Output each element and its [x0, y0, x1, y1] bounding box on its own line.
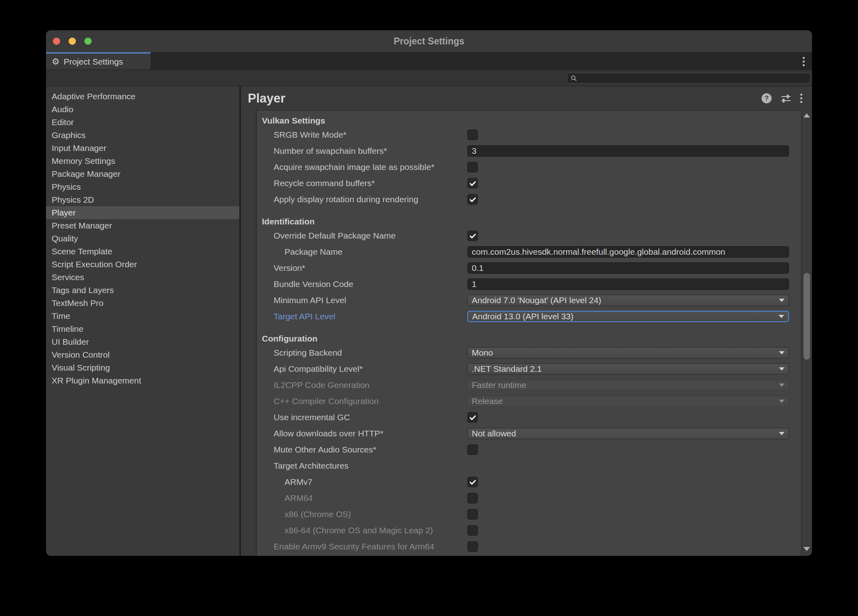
kebab-menu-icon[interactable] [803, 57, 805, 66]
scroll-down-icon[interactable] [804, 547, 810, 551]
srgb-write-mode-checkbox[interactable] [467, 130, 478, 140]
sidebar-item-quality[interactable]: Quality [46, 232, 239, 245]
use-incremental-gc-checkbox[interactable] [467, 412, 478, 423]
apply-display-rotation-during-rendering-checkbox[interactable] [467, 194, 478, 205]
sidebar-item-tags-and-layers[interactable]: Tags and Layers [46, 284, 239, 297]
label-acquire-swapchain-image-late-as-possible: Acquire swapchain image late as possible… [257, 162, 434, 172]
sidebar-item-version-control[interactable]: Version Control [46, 348, 239, 361]
control-target-api-level: Android 13.0 (API level 33) [467, 308, 789, 325]
tab-bar: ⚙︎ Project Settings [46, 52, 812, 69]
sidebar-item-physics-2d[interactable]: Physics 2D [46, 193, 239, 206]
sidebar-item-script-execution-order[interactable]: Script Execution Order [46, 258, 239, 271]
control-srgb-write-mode [467, 127, 789, 143]
row-acquire-swapchain-image-late-as-possible: Acquire swapchain image late as possible… [257, 159, 801, 175]
sidebar-item-timeline[interactable]: Timeline [46, 323, 239, 335]
armv7-checkbox[interactable] [467, 477, 478, 487]
bundle-version-code-field[interactable]: 1 [467, 279, 789, 290]
package-name-field[interactable]: com.com2us.hivesdk.normal.freefull.googl… [467, 246, 789, 258]
dropdown-arrow-icon [779, 351, 785, 354]
sidebar-item-preset-manager[interactable]: Preset Manager [46, 219, 239, 232]
kebab-menu-icon[interactable] [800, 94, 802, 103]
label-allow-downloads-over-http: Allow downloads over HTTP* [257, 429, 383, 438]
control-bundle-version-code: 1 [467, 276, 789, 292]
main-split: Adaptive PerformanceAudioEditorGraphicsI… [46, 86, 812, 556]
row-override-default-package-name: Override Default Package Name [257, 228, 801, 244]
scrollbar-thumb[interactable] [804, 273, 810, 360]
row-mute-other-audio-sources: Mute Other Audio Sources* [257, 442, 801, 458]
control-package-name: com.com2us.hivesdk.normal.freefull.googl… [467, 244, 789, 260]
sidebar-item-editor[interactable]: Editor [46, 116, 239, 129]
minimum-api-level-dropdown[interactable]: Android 7.0 'Nougat' (API level 24) [467, 295, 789, 306]
acquire-swapchain-image-late-as-possible-checkbox[interactable] [467, 162, 478, 172]
vertical-scrollbar[interactable] [802, 110, 811, 554]
control-arm64 [467, 490, 789, 506]
checkmark-icon [469, 413, 477, 422]
allow-downloads-over-http-dropdown[interactable]: Not allowed [467, 428, 789, 439]
checkmark-icon [469, 179, 477, 188]
help-icon[interactable]: ? [762, 93, 772, 103]
sidebar-item-memory-settings[interactable]: Memory Settings [46, 155, 239, 168]
sidebar-item-audio[interactable]: Audio [46, 103, 239, 116]
sidebar-item-time[interactable]: Time [46, 310, 239, 323]
tab-project-settings[interactable]: ⚙︎ Project Settings [46, 52, 151, 69]
recycle-command-buffers-checkbox[interactable] [467, 178, 478, 189]
api-compatibility-level-dropdown[interactable]: .NET Standard 2.1 [467, 363, 789, 375]
sidebar-item-package-manager[interactable]: Package Manager [46, 168, 239, 180]
control-x86-chrome-os [467, 506, 789, 522]
sidebar-item-visual-scripting[interactable]: Visual Scripting [46, 361, 239, 374]
scripting-backend-value: Mono [472, 348, 493, 358]
sidebar-item-xr-plugin-management[interactable]: XR Plugin Management [46, 374, 239, 387]
control-acquire-swapchain-image-late-as-possible [467, 159, 789, 175]
section-header-configuration: Configuration [257, 333, 801, 345]
dropdown-arrow-icon [778, 315, 784, 318]
dropdown-arrow-icon [779, 432, 785, 435]
row-srgb-write-mode: SRGB Write Mode* [257, 127, 801, 143]
control-recycle-command-buffers [467, 175, 789, 191]
c-compiler-configuration-value: Release [472, 396, 503, 406]
target-api-level-dropdown[interactable]: Android 13.0 (API level 33) [467, 311, 789, 322]
allow-downloads-over-http-value: Not allowed [472, 429, 516, 438]
row-apply-display-rotation-during-rendering: Apply display rotation during rendering [257, 191, 801, 207]
label-override-default-package-name: Override Default Package Name [257, 231, 396, 241]
row-recycle-command-buffers: Recycle command buffers* [257, 175, 801, 191]
label-x86-64-chrome-os-and-magic-leap-2: x86-64 (Chrome OS and Magic Leap 2) [257, 526, 433, 535]
control-apply-display-rotation-during-rendering [467, 191, 789, 207]
checkmark-icon [469, 232, 477, 240]
sidebar-item-input-manager[interactable]: Input Manager [46, 142, 239, 155]
enable-armv9-security-features-for-arm64-checkbox [467, 541, 478, 552]
c-compiler-configuration-dropdown: Release [467, 396, 789, 407]
checkmark-icon [469, 478, 477, 486]
number-of-swapchain-buffers-field[interactable]: 3 [467, 145, 789, 157]
dropdown-arrow-icon [779, 367, 785, 371]
control-allow-downloads-over-http: Not allowed [467, 425, 789, 442]
gear-icon: ⚙︎ [52, 57, 60, 66]
player-settings-panel: Vulkan SettingsSRGB Write Mode*Number of… [256, 110, 801, 556]
sidebar-item-services[interactable]: Services [46, 271, 239, 284]
override-default-package-name-checkbox[interactable] [467, 230, 478, 241]
row-version: Version*0.1 [257, 260, 801, 276]
preset-sliders-icon[interactable] [781, 93, 791, 104]
row-c-compiler-configuration: C++ Compiler ConfigurationRelease [257, 393, 801, 409]
sidebar-item-player[interactable]: Player [46, 206, 239, 219]
scroll-up-icon[interactable] [804, 113, 810, 117]
sidebar-item-textmesh-pro[interactable]: TextMesh Pro [46, 297, 239, 310]
version-field[interactable]: 0.1 [467, 262, 789, 274]
label-api-compatibility-level: Api Compatibility Level* [257, 364, 363, 374]
il2cpp-code-generation-value: Faster runtime [472, 380, 526, 390]
scripting-backend-dropdown[interactable]: Mono [467, 347, 789, 358]
sidebar-item-physics[interactable]: Physics [46, 180, 239, 193]
sidebar-item-graphics[interactable]: Graphics [46, 129, 239, 142]
sidebar-item-ui-builder[interactable]: UI Builder [46, 335, 239, 348]
control-version: 0.1 [467, 260, 789, 276]
sidebar-item-scene-template[interactable]: Scene Template [46, 245, 239, 258]
label-arm64: ARM64 [257, 493, 313, 503]
settings-content: Player ? Vulkan SettingsSRGB Write Mode*… [241, 86, 812, 556]
label-mute-other-audio-sources: Mute Other Audio Sources* [257, 445, 376, 455]
checkmark-icon [469, 195, 477, 204]
sidebar-item-adaptive-performance[interactable]: Adaptive Performance [46, 90, 239, 103]
label-recycle-command-buffers: Recycle command buffers* [257, 178, 375, 188]
search-input[interactable] [567, 73, 811, 84]
mute-other-audio-sources-checkbox[interactable] [467, 444, 478, 455]
arm64-checkbox [467, 493, 478, 503]
control-il2cpp-code-generation: Faster runtime [467, 377, 789, 393]
